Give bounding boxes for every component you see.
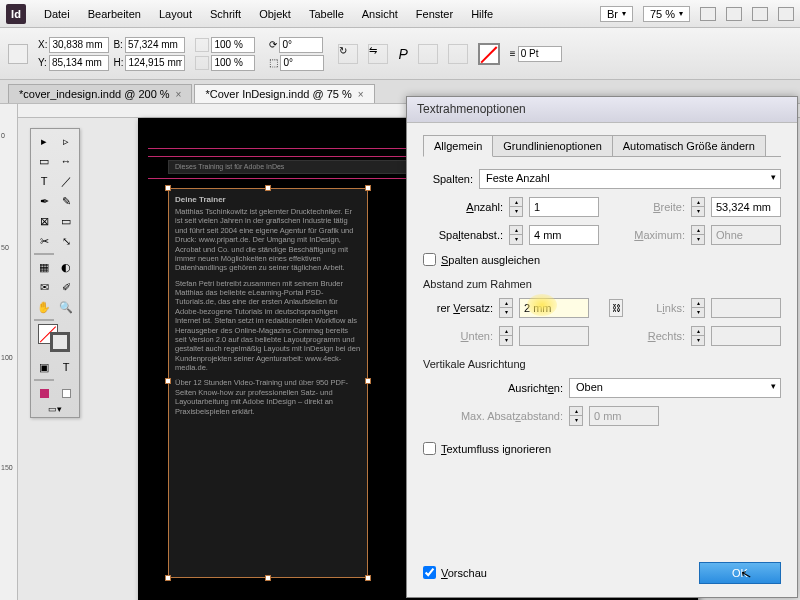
selection-tool[interactable]: ▸ <box>34 132 54 150</box>
align-label: Ausrichten: <box>423 382 563 394</box>
frame-handle[interactable] <box>365 185 371 191</box>
menu-schrift[interactable]: Schrift <box>202 4 249 24</box>
frame-handle[interactable] <box>365 378 371 384</box>
close-icon[interactable]: × <box>358 89 364 100</box>
align-select[interactable]: Oben <box>569 378 781 398</box>
position-size-group: X: B: Y: H: <box>38 37 185 71</box>
screen-mode-icon[interactable] <box>778 7 794 21</box>
direct-selection-tool[interactable]: ▹ <box>56 132 76 150</box>
x-field[interactable] <box>49 37 109 53</box>
gradient-tool[interactable]: ▦ <box>34 258 54 276</box>
menu-ansicht[interactable]: Ansicht <box>354 4 406 24</box>
fill-stroke-icon[interactable] <box>34 324 76 356</box>
h-field[interactable] <box>125 55 185 71</box>
menu-bearbeiten[interactable]: Bearbeiten <box>80 4 149 24</box>
tab-autosize[interactable]: Automatisch Größe ändern <box>612 135 766 156</box>
preview-checkbox[interactable] <box>423 566 436 579</box>
formatting-text-icon[interactable]: T <box>56 358 76 376</box>
rectangle-frame-tool[interactable]: ⊠ <box>34 212 54 230</box>
gap-tool[interactable]: ↔ <box>56 152 76 170</box>
view-mode-icon[interactable]: ▭▾ <box>34 404 76 414</box>
page-tool[interactable]: ▭ <box>34 152 54 170</box>
dialog-tabs: Allgemein Grundlinienoptionen Automatisc… <box>423 135 781 157</box>
count-spinner[interactable]: ▴▾ <box>509 197 523 217</box>
doc-tab-1[interactable]: *Cover InDesign.indd @ 75 %× <box>194 84 374 103</box>
rotate-cw-icon[interactable]: ↻ <box>338 44 358 64</box>
flip-icon[interactable]: ⇋ <box>368 44 388 64</box>
maximum-field <box>711 225 781 245</box>
menu-datei[interactable]: Datei <box>36 4 78 24</box>
type-tool[interactable]: T <box>34 172 54 190</box>
inset-left-field <box>711 298 781 318</box>
menu-hilfe[interactable]: Hilfe <box>463 4 501 24</box>
width-field[interactable] <box>711 197 781 217</box>
gradient-feather-tool[interactable]: ◐ <box>56 258 76 276</box>
view-toggle-1-icon[interactable] <box>700 7 716 21</box>
y-field[interactable] <box>49 55 109 71</box>
gutter-field[interactable] <box>529 225 599 245</box>
menu-layout[interactable]: Layout <box>151 4 200 24</box>
menu-tabelle[interactable]: Tabelle <box>301 4 352 24</box>
menu-objekt[interactable]: Objekt <box>251 4 299 24</box>
zoom-tool[interactable]: 🔍 <box>56 298 76 316</box>
scale-y-field[interactable] <box>211 55 255 71</box>
menu-fenster[interactable]: Fenster <box>408 4 461 24</box>
inset-top-field[interactable] <box>519 298 589 318</box>
scale-group <box>195 37 259 71</box>
scissors-tool[interactable]: ✂ <box>34 232 54 250</box>
columns-type-select[interactable]: Feste Anzahl <box>479 169 781 189</box>
shear-field[interactable] <box>280 55 324 71</box>
link-insets-icon[interactable]: ⛓ <box>609 299 623 317</box>
doc-tab-0[interactable]: *cover_indesign.indd @ 200 %× <box>8 84 192 103</box>
para-spacing-label: Max. Absatzabstand: <box>423 410 563 422</box>
apply-color-icon[interactable] <box>34 384 54 402</box>
para-spacing-field <box>589 406 659 426</box>
count-field[interactable] <box>529 197 599 217</box>
gutter-spinner[interactable]: ▴▾ <box>509 225 523 245</box>
frame-handle[interactable] <box>265 185 271 191</box>
menubar: Id Datei Bearbeiten Layout Schrift Objek… <box>0 0 800 28</box>
inset-top-spinner[interactable]: ▴▾ <box>499 298 513 318</box>
scale-x-field[interactable] <box>211 37 255 53</box>
line-tool[interactable]: ／ <box>56 172 76 190</box>
frame-handle[interactable] <box>165 378 171 384</box>
arrange-icon[interactable] <box>752 7 768 21</box>
distribute-icon[interactable] <box>448 44 468 64</box>
fill-swatch[interactable] <box>478 43 500 65</box>
note-tool[interactable]: ✉ <box>34 278 54 296</box>
apply-none-icon[interactable] <box>56 384 76 402</box>
tab-baseline[interactable]: Grundlinienoptionen <box>492 135 612 156</box>
width-spinner[interactable]: ▴▾ <box>691 197 705 217</box>
view-toggle-2-icon[interactable] <box>726 7 742 21</box>
close-icon[interactable]: × <box>176 89 182 100</box>
align-icon[interactable] <box>418 44 438 64</box>
stroke-weight[interactable] <box>518 46 562 62</box>
balance-columns-checkbox[interactable] <box>423 253 436 266</box>
frame-handle[interactable] <box>165 185 171 191</box>
reference-point-icon[interactable] <box>8 44 28 64</box>
zoom-level[interactable]: 75 %▾ <box>643 6 690 22</box>
bridge-button[interactable]: Br▾ <box>600 6 633 22</box>
paragraph: Stefan Petri betreibt zusammen mit seine… <box>175 279 361 373</box>
gutter-label: Spaltenabst.: <box>423 229 503 241</box>
ignore-wrap-checkbox[interactable] <box>423 442 436 455</box>
pen-tool[interactable]: ✒ <box>34 192 54 210</box>
text-frame-selected[interactable]: Deine Trainer Matthias Tschinkowitz ist … <box>168 188 368 578</box>
rotate-field[interactable] <box>279 37 323 53</box>
balance-columns-label: Spalten ausgleichen <box>441 254 540 266</box>
w-field[interactable] <box>125 37 185 53</box>
rectangle-tool[interactable]: ▭ <box>56 212 76 230</box>
inset-bottom-label: Unten: <box>423 330 493 342</box>
frame-heading: Deine Trainer <box>175 195 361 205</box>
separator <box>34 253 54 255</box>
frame-handle[interactable] <box>165 575 171 581</box>
frame-handle[interactable] <box>365 575 371 581</box>
hand-tool[interactable]: ✋ <box>34 298 54 316</box>
tab-general[interactable]: Allgemein <box>423 135 493 157</box>
formatting-container-icon[interactable]: ▣ <box>34 358 54 376</box>
frame-handle[interactable] <box>265 575 271 581</box>
eyedropper-tool[interactable]: ✐ <box>56 278 76 296</box>
pencil-tool[interactable]: ✎ <box>56 192 76 210</box>
ok-button[interactable]: OK ↖ <box>699 562 781 584</box>
transform-tool[interactable]: ⤡ <box>56 232 76 250</box>
